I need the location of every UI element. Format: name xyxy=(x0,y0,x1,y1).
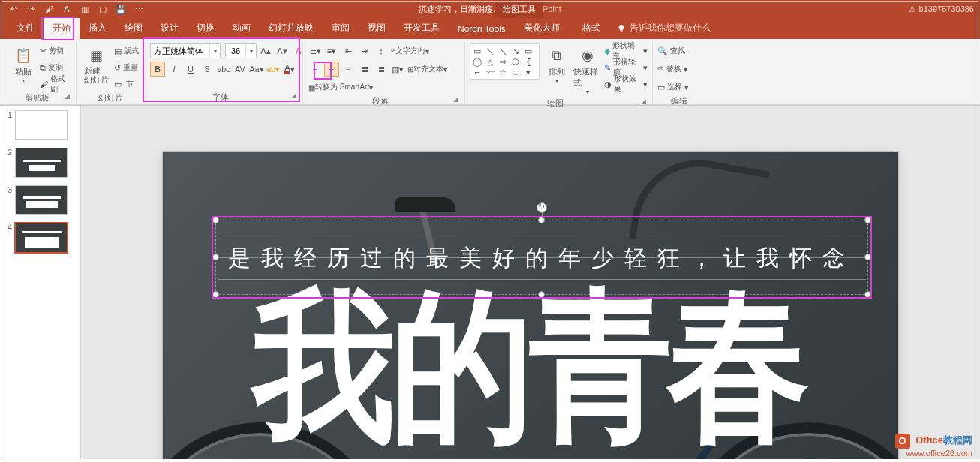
grow-font-button[interactable]: A▴ xyxy=(258,44,273,58)
format-painter-button[interactable]: 格式刷 xyxy=(50,76,71,92)
dialog-launcher-icon[interactable]: ◢ xyxy=(291,92,296,99)
shape-line-icon[interactable]: ＼ xyxy=(498,46,508,56)
shapes-gallery[interactable]: ▭＼＼↘▭ ◯△⇨⬡⦃ ⌐〰☆⬭▾ xyxy=(470,44,540,80)
replace-button[interactable]: 替换 xyxy=(666,62,682,76)
subtitle-text[interactable]: 是我经历过的最美好的年少轻狂，让我怀念 xyxy=(216,243,867,274)
dialog-launcher-icon[interactable]: ◢ xyxy=(453,95,458,103)
shape-arrow-icon[interactable]: ⇨ xyxy=(498,56,508,67)
shape-oval-icon[interactable]: ◯ xyxy=(472,56,482,67)
justify-button[interactable]: ≣ xyxy=(357,62,372,76)
shape-rect-icon[interactable]: ▭ xyxy=(472,46,482,56)
shape-brace-icon[interactable]: ⦃ xyxy=(523,56,534,67)
shape-star-icon[interactable]: ☆ xyxy=(498,67,508,77)
tab-design[interactable]: 设计 xyxy=(152,17,188,39)
shape-connector-icon[interactable]: ⌐ xyxy=(472,67,482,77)
quick-styles-button[interactable]: ◉快速样式▾ xyxy=(573,44,601,97)
shape-more-icon[interactable]: ▾ xyxy=(523,67,534,77)
decrease-indent-button[interactable]: ⇤ xyxy=(341,44,356,58)
convert-smartart-button[interactable]: ▦ 转换为 SmartArt ▾ xyxy=(308,80,374,94)
resize-handle[interactable] xyxy=(864,291,871,298)
resize-handle[interactable] xyxy=(864,217,871,224)
line-spacing-button[interactable]: ↕ xyxy=(374,44,389,58)
font-color-button[interactable]: A▾ xyxy=(282,62,297,76)
shape-curve-icon[interactable]: 〰 xyxy=(485,67,495,77)
section-button[interactable]: 节 xyxy=(123,76,137,92)
tab-nordri[interactable]: Nordri Tools xyxy=(449,20,515,39)
shape-triangle-icon[interactable]: △ xyxy=(485,56,495,67)
resize-handle[interactable] xyxy=(212,217,219,224)
shape-rect-icon[interactable]: ▭ xyxy=(523,46,534,56)
thumb-4[interactable]: 4 xyxy=(3,223,77,253)
text-direction-button[interactable]: ᴵᴬ 文字方向 ▾ xyxy=(390,44,430,58)
strikethrough-button[interactable]: S xyxy=(200,62,215,76)
shrink-font-button[interactable]: A▾ xyxy=(275,44,290,58)
qat-font-icon[interactable]: A xyxy=(60,2,74,16)
title-text[interactable]: 我的青春 xyxy=(253,284,805,448)
cut-button[interactable]: 剪切 xyxy=(48,44,65,58)
italic-button[interactable]: I xyxy=(167,62,182,76)
tab-view[interactable]: 视图 xyxy=(359,17,395,39)
qat-start-icon[interactable]: ▢ xyxy=(96,2,110,16)
font-name-input[interactable] xyxy=(151,44,209,58)
slide[interactable]: 是我经历过的最美好的年少轻狂，让我怀念 我的青春 xyxy=(163,152,898,459)
qat-redo-icon[interactable]: ↷ xyxy=(24,2,38,16)
shape-effects-button[interactable]: 形状效果 xyxy=(613,76,642,92)
select-button[interactable]: 选择 xyxy=(666,80,683,94)
qat-more-icon[interactable]: ⋯ xyxy=(132,2,146,16)
resize-handle[interactable] xyxy=(864,254,871,260)
underline-button[interactable]: U xyxy=(183,62,198,76)
copy-button[interactable]: 复制 xyxy=(47,60,64,75)
qat-undo-icon[interactable]: ↶ xyxy=(6,2,20,16)
bullets-button[interactable]: ≣▾ xyxy=(308,44,323,58)
thumb-1[interactable]: 1 xyxy=(3,110,77,140)
qat-grid-icon[interactable]: ▥ xyxy=(78,2,92,16)
shape-callout-icon[interactable]: ⬭ xyxy=(510,67,521,77)
tab-transitions[interactable]: 切换 xyxy=(188,17,224,39)
thumb-3[interactable]: 3 xyxy=(3,185,77,215)
tab-beautify[interactable]: 美化大师 xyxy=(515,17,569,39)
columns-button[interactable]: ▥▾ xyxy=(390,62,405,76)
arrange-button[interactable]: ⧉排列▾ xyxy=(543,44,570,86)
reset-button[interactable]: 重量 xyxy=(122,60,139,75)
highlight-button[interactable]: ab▾ xyxy=(266,62,281,76)
resize-handle[interactable] xyxy=(212,254,219,260)
tab-draw[interactable]: 绘图 xyxy=(116,17,152,39)
font-size-input[interactable] xyxy=(226,44,245,58)
distribute-button[interactable]: ≣ xyxy=(374,62,389,76)
spacing-button[interactable]: AV xyxy=(233,62,248,76)
tab-format[interactable]: 格式 xyxy=(573,17,609,39)
tab-developer[interactable]: 开发工具 xyxy=(395,17,449,39)
dialog-launcher-icon[interactable]: ◢ xyxy=(641,98,646,105)
font-size-combo[interactable]: ▾ xyxy=(225,44,257,58)
tab-file[interactable]: 文件 xyxy=(8,17,44,39)
tab-animations[interactable]: 动画 xyxy=(224,17,260,39)
paste-button[interactable]: 📋 粘贴 ▾ xyxy=(9,44,37,86)
tab-review[interactable]: 审阅 xyxy=(323,17,359,39)
align-left-button[interactable]: ≡ xyxy=(308,62,323,76)
shape-line-icon[interactable]: ＼ xyxy=(485,46,495,56)
thumb-2[interactable]: 2 xyxy=(3,148,77,178)
rotate-handle[interactable] xyxy=(537,202,547,213)
shadow-button[interactable]: abc xyxy=(216,62,231,76)
layout-button[interactable]: 版式 xyxy=(123,44,140,58)
chevron-down-icon[interactable]: ▾ xyxy=(245,44,256,58)
tell-me[interactable]: 告诉我你想要做什么 xyxy=(609,17,718,39)
shape-arrow-icon[interactable]: ↘ xyxy=(510,46,521,56)
qat-touch-icon[interactable]: 🖌 xyxy=(42,2,56,16)
dialog-launcher-icon[interactable]: ◢ xyxy=(65,92,70,100)
shape-hex-icon[interactable]: ⬡ xyxy=(510,56,521,67)
tab-home[interactable]: 开始 xyxy=(44,17,80,39)
shape-outline-button[interactable]: 形状轮廓 xyxy=(612,60,642,75)
numbering-button[interactable]: ≡▾ xyxy=(324,44,339,58)
align-center-button[interactable]: ≡ xyxy=(324,62,339,76)
chevron-down-icon[interactable]: ▾ xyxy=(209,44,220,58)
shape-fill-button[interactable]: 形状填充 xyxy=(612,44,642,58)
align-text-button[interactable]: ⊞ 对齐文本 ▾ xyxy=(407,62,448,76)
increase-indent-button[interactable]: ⇥ xyxy=(357,44,372,58)
font-name-combo[interactable]: ▾ xyxy=(150,44,221,58)
align-right-button[interactable]: ≡ xyxy=(341,62,356,76)
slide-canvas[interactable]: 是我经历过的最美好的年少轻狂，让我怀念 我的青春 xyxy=(81,106,980,459)
find-button[interactable]: 查找 xyxy=(669,44,686,58)
qat-save-icon[interactable]: 💾 xyxy=(114,2,128,16)
resize-handle[interactable] xyxy=(212,291,219,298)
